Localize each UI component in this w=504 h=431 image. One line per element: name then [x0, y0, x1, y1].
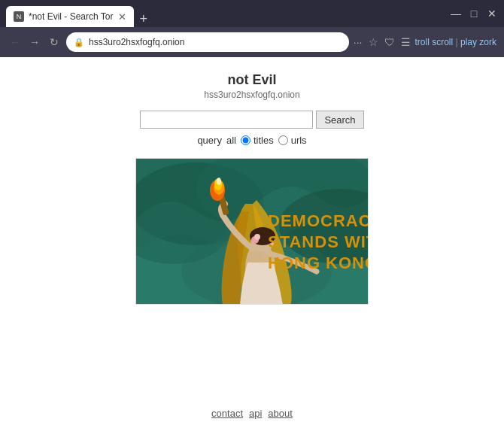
title-bar: N *not Evil - Search Tor ✕ + — □ ✕	[0, 0, 504, 27]
titles-label: titles	[254, 135, 274, 146]
tab-bar: N *not Evil - Search Tor ✕ +	[6, 0, 441, 27]
urls-radio-group: urls	[278, 135, 307, 146]
poster-image: DEMOCRACY STANDS WITH HONG KONG	[135, 158, 369, 305]
menu-button[interactable]: ☰	[401, 36, 411, 48]
all-label: all	[226, 135, 236, 146]
query-label: query	[197, 135, 222, 146]
url-bar[interactable]: 🔒 hss3uro2hsxfogfq.onion	[66, 32, 349, 52]
tab-favicon: N	[14, 11, 24, 22]
svg-text:DEMOCRACY: DEMOCRACY	[268, 211, 369, 230]
address-bar: ← → ↻ 🔒 hss3uro2hsxfogfq.onion ··· ☆ 🛡 ☰…	[0, 27, 504, 57]
search-button[interactable]: Search	[316, 111, 363, 129]
url-text: hss3uro2hsxfogfq.onion	[89, 37, 184, 47]
titles-radio-group: titles	[241, 135, 274, 146]
search-input[interactable]	[140, 111, 313, 129]
shield-button[interactable]: 🛡	[384, 36, 395, 48]
api-link[interactable]: api	[249, 408, 262, 419]
search-bar: Search	[140, 111, 363, 129]
titles-radio[interactable]	[241, 135, 250, 145]
urls-radio[interactable]	[278, 135, 288, 145]
search-options: query all titles urls	[197, 135, 306, 146]
play-zork-link[interactable]: play zork	[460, 37, 496, 47]
browser-window: N *not Evil - Search Tor ✕ + — □ ✕ ← → ↻…	[0, 0, 504, 431]
refresh-button[interactable]: ↻	[47, 36, 62, 48]
address-actions: ··· ☆ 🛡 ☰	[354, 36, 411, 48]
active-tab[interactable]: N *not Evil - Search Tor ✕	[6, 6, 134, 27]
minimize-button[interactable]: —	[450, 8, 462, 20]
svg-text:HONG KONG: HONG KONG	[268, 253, 369, 272]
tab-title: *not Evil - Search Tor	[29, 11, 114, 22]
svg-text:STANDS WITH: STANDS WITH	[268, 232, 369, 251]
lock-icon: 🔒	[74, 38, 84, 47]
site-subtitle: hss3uro2hsxfogfq.onion	[204, 90, 299, 100]
urls-label: urls	[291, 135, 307, 146]
about-link[interactable]: about	[268, 408, 293, 419]
bookmark-button[interactable]: ☆	[369, 36, 378, 48]
svg-point-15	[217, 178, 221, 185]
poster-svg: DEMOCRACY STANDS WITH HONG KONG	[136, 159, 369, 305]
svg-point-10	[254, 234, 260, 240]
tab-close-button[interactable]: ✕	[118, 11, 126, 23]
more-options-button[interactable]: ···	[354, 36, 363, 48]
new-tab-button[interactable]: +	[134, 11, 154, 27]
site-title: not Evil	[227, 72, 276, 88]
contact-link[interactable]: contact	[211, 408, 243, 419]
top-links: troll scroll | play zork	[415, 37, 497, 47]
page-content: not Evil hss3uro2hsxfogfq.onion Search q…	[0, 57, 504, 431]
window-controls: — □ ✕	[450, 8, 498, 20]
close-button[interactable]: ✕	[486, 8, 498, 20]
back-button[interactable]: ←	[8, 36, 23, 48]
troll-scroll-link[interactable]: troll scroll	[415, 37, 454, 47]
footer-links: contact api about	[0, 393, 504, 431]
maximize-button[interactable]: □	[468, 8, 480, 20]
forward-button[interactable]: →	[27, 36, 42, 48]
